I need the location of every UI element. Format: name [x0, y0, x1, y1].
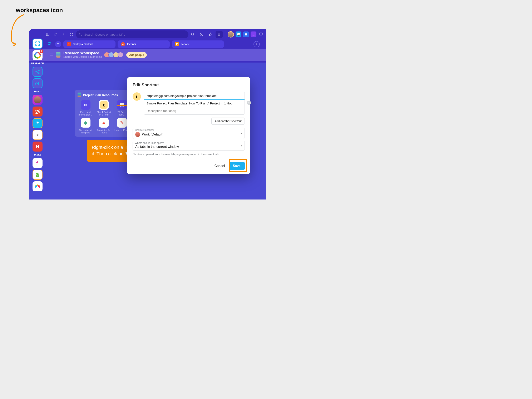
workspaces-mini-icon[interactable] — [47, 41, 53, 47]
rail-shopify[interactable] — [32, 170, 43, 180]
rail-google[interactable]: 2 — [32, 50, 43, 60]
search-icon — [79, 33, 82, 36]
cookie-container-select[interactable]: Cookie Container Work (Default) ▾ — [133, 128, 245, 139]
workspace-title: Research Workspace — [63, 51, 102, 55]
resource-item[interactable]: ◆Spreadsheet Template — [77, 118, 94, 134]
save-button[interactable]: Save — [229, 162, 245, 170]
add-people-button[interactable]: Add people — [126, 52, 147, 58]
rail-clickup[interactable] — [32, 158, 43, 168]
svg-rect-5 — [46, 33, 49, 36]
rail-todoist[interactable] — [32, 107, 43, 117]
workspace-header: Research Workspace Shared with Design & … — [29, 49, 266, 61]
star-icon[interactable] — [207, 31, 214, 38]
back-icon[interactable] — [60, 31, 67, 38]
browser-toolbar: Search Google or type a URL 💬 ☰ ◡ — [29, 29, 266, 40]
clear-icon[interactable]: ✕ — [247, 101, 251, 105]
rail-zendesk[interactable]: z — [32, 130, 43, 140]
shortcut-favicon: t — [133, 92, 141, 101]
resource-item[interactable]: 🔺Templates for Teams — [96, 118, 112, 134]
chevron-down-icon: ▾ — [241, 132, 242, 135]
resource-card: Project Plan Resources ∞Free excel proje… — [75, 90, 133, 137]
tab-label: News — [181, 43, 189, 46]
modal-title: Edit Shortcut — [133, 82, 245, 87]
sidebar-toggle-icon[interactable] — [44, 31, 51, 38]
svg-rect-9 — [218, 35, 220, 36]
events-icon: e — [121, 42, 125, 46]
add-tab-button[interactable]: ＋ — [253, 41, 260, 47]
ext-chat-icon[interactable]: 💬 — [235, 32, 241, 37]
cancel-button[interactable]: Cancel — [214, 162, 226, 170]
rail-section-daily: DAILY — [34, 90, 41, 93]
cookie-container-label: Cookie Container — [133, 129, 245, 132]
ext-smile-icon[interactable]: ◡ — [251, 32, 256, 37]
rail-app-h[interactable]: H — [32, 142, 43, 152]
moon-icon[interactable] — [198, 31, 205, 38]
tab-label: Events — [127, 43, 136, 46]
rail-chart-icon[interactable] — [32, 78, 43, 89]
news-icon: ◧ — [175, 42, 179, 46]
rail-app-blue[interactable] — [32, 118, 43, 128]
add-another-shortcut-button[interactable]: Add another shortcut — [211, 118, 245, 125]
shortcut-title-input[interactable] — [144, 100, 245, 107]
url-placeholder: Search Google or type a URL — [84, 33, 125, 36]
resource-item[interactable]: ∞Free excel project plan… — [77, 100, 94, 116]
shortcut-description-input[interactable] — [144, 107, 245, 114]
rail-avatar[interactable] — [32, 95, 43, 105]
tab-todoist[interactable]: ≡ Today – Todoist — [63, 40, 115, 48]
tab-events[interactable]: e Events — [118, 40, 170, 48]
modal-help-text: Shortcuts opened from the new tab page a… — [133, 152, 245, 156]
grid-icon[interactable] — [215, 31, 223, 38]
svg-rect-8 — [218, 33, 220, 34]
tab-label: Today – Todoist — [73, 43, 93, 46]
reload-icon[interactable] — [68, 31, 75, 38]
profile-avatar[interactable] — [228, 31, 234, 38]
annotation-label: workspaces icon — [16, 7, 63, 13]
home-icon[interactable] — [52, 31, 59, 38]
resource-item-highlight[interactable]: tPlan A Project In 1 Hour — [96, 100, 112, 116]
tab-row: ≡ Today – Todoist e Events ◧ News ＋ — [29, 40, 266, 49]
resource-title: Project Plan Resources — [77, 93, 130, 97]
workspace-glyph-icon — [56, 52, 60, 57]
link-open-select[interactable]: Where should links open? As tabs in the … — [133, 141, 245, 151]
people-avatars[interactable] — [105, 52, 123, 58]
link-open-value: As tabs in the current window — [135, 145, 179, 149]
svg-point-4 — [37, 122, 38, 123]
ext-shield-icon[interactable] — [258, 32, 264, 37]
cookie-container-value: Work (Default) — [142, 133, 164, 136]
link-open-label: Where should links open? — [133, 142, 245, 145]
todoist-icon: ≡ — [67, 42, 71, 46]
rail-section-research: RESEARCH — [31, 62, 44, 65]
zoom-icon[interactable] — [189, 31, 196, 38]
rail-graph-icon[interactable] — [32, 67, 43, 77]
svg-point-6 — [79, 33, 81, 35]
menu-icon[interactable] — [50, 53, 53, 57]
rail-google-badge: 2 — [40, 49, 43, 53]
edit-shortcut-modal: Edit Shortcut t ✕ Add another shortcut C… — [127, 77, 250, 174]
rail-section-tasks: TASKS — [34, 154, 41, 156]
svg-point-2 — [38, 73, 39, 73]
shortcut-url-input[interactable] — [144, 92, 245, 100]
ext-notes-icon[interactable]: ☰ — [243, 32, 249, 37]
rail-airtable[interactable] — [32, 181, 43, 191]
svg-point-0 — [36, 71, 37, 72]
workspaces-icon[interactable] — [32, 38, 43, 49]
cookie-avatar-icon — [135, 132, 140, 137]
chevron-down-icon: ▾ — [241, 145, 242, 147]
url-bar[interactable]: Search Google or type a URL — [76, 31, 189, 38]
svg-point-1 — [38, 70, 39, 71]
workspace-subtitle: Shared with Design & Marketing — [63, 55, 102, 59]
tab-news[interactable]: ◧ News — [172, 40, 224, 48]
list-view-icon[interactable] — [55, 41, 61, 47]
